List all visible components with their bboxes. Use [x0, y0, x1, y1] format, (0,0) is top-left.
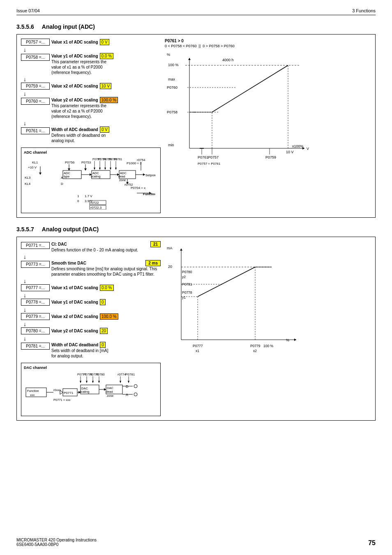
svg-text:zone: zone — [107, 394, 113, 398]
desc-ci-dac: Defines function of the 0 - 20 mA analog… — [51, 247, 161, 253]
svg-text:xxx: xxx — [30, 393, 35, 397]
y-axis-label: % — [167, 53, 170, 57]
svg-text:P0761: P0761 — [114, 158, 122, 161]
svg-text:0: 0 — [77, 199, 79, 203]
label-deadband-adc: Width of ADC deadband — [51, 127, 98, 132]
value-deadband-dac: 0 — [100, 342, 106, 348]
label-y2-dac: Value y2 of DAC scaling — [51, 329, 98, 333]
svg-marker-31 — [99, 168, 101, 170]
dac-deadzone-label: DAC — [107, 386, 113, 390]
kl3-label: KL3 — [25, 176, 31, 180]
p0760-desc-block: Value y2 of ADC scaling 100.0 % This par… — [51, 97, 118, 119]
graph-condition2: 0 < P0758 < P0760 || 0 > P0758 > P0760 — [165, 44, 371, 48]
page-footer: MICROMASTER 420 Operating Instructions 6… — [16, 538, 376, 547]
p0758-desc-block: Value y1 of ADC scaling 0.0 % This param… — [51, 53, 113, 75]
svg-marker-33 — [104, 168, 106, 170]
arrow-dac-6: ↓ — [23, 335, 161, 342]
dac-layout: P0771 =... CI: DAC 21 Defines function o… — [21, 241, 371, 416]
ymax-label: max — [168, 77, 175, 81]
dac-channel-block: DAC channel P0777 P0778 P0779 P0780 — [21, 363, 161, 416]
svg-marker-18 — [143, 173, 145, 176]
param-p0778: P0778 =... — [21, 299, 50, 306]
svg-line-49 — [212, 65, 288, 112]
adc-layout: P0757 =... Value x1 of ADC scaling 0 V ↓… — [21, 39, 371, 213]
svg-marker-5 — [84, 168, 87, 170]
svg-marker-35 — [110, 168, 111, 170]
desc-deadband-dac: Sets width of deadband in [mA]for analog… — [51, 348, 108, 359]
dac-section-container: P0771 =... CI: DAC 21 Defines function o… — [16, 237, 376, 421]
svg-text:scaling: scaling — [91, 175, 100, 178]
param-p0779-row: P0779 =... Value x2 of DAC scaling 100.0… — [21, 313, 161, 320]
value-y1-dac: 0 — [100, 299, 106, 305]
svg-text:1: 1 — [77, 194, 79, 198]
kl4-label: KL4 — [25, 182, 31, 186]
svg-marker-66 — [92, 381, 94, 383]
dac-y2-label: y2 — [182, 275, 186, 279]
p0760-graph-label: P0760 — [167, 85, 178, 90]
dac-y1-label: y1 — [182, 295, 186, 299]
param-p0760: P0760 =... — [21, 98, 50, 105]
param-p0758: P0758 =... — [21, 54, 50, 61]
d-label: D — [61, 182, 63, 186]
dac-x1-label: x1 — [196, 349, 199, 353]
arrow-dac-4: ↓ — [23, 306, 161, 313]
chapter-label: 3 Functions — [352, 8, 376, 13]
p0704-label: P0704 = x — [131, 186, 145, 190]
p0771-channel-label: P0771 — [64, 391, 74, 395]
svg-text:dead: dead — [118, 175, 125, 178]
dac-right-panel: mA 20 P0780 y2 — [161, 241, 371, 416]
param-p0760-row: P0760 =... Value y2 of ADC scaling 100.0… — [21, 97, 161, 119]
param-p0757: P0757 =... — [21, 39, 50, 46]
param-p0758-row: P0758 =... Value y1 of ADC scaling 0.0 %… — [21, 53, 161, 75]
p0758-graph-label: P0758 — [167, 110, 178, 114]
param-p0761: P0761 =... — [21, 127, 50, 134]
param-p0781-row: P0781 =... Width of DAC deadband 0 Sets … — [21, 342, 161, 359]
svg-marker-70 — [120, 381, 121, 383]
arrow-1: ↓ — [23, 46, 161, 53]
param-p0771-row: P0771 =... CI: DAC 21 Defines function o… — [21, 241, 161, 253]
dac-y20-label: 20 — [168, 265, 172, 269]
p0781-desc-block: Width of DAC deadband 0 Sets width of de… — [51, 342, 108, 359]
svg-marker-64 — [86, 381, 88, 383]
p0773-desc-block: Smooth time DAC 2 ms Defines smoothing t… — [51, 260, 161, 277]
param-p0759-row: P0759 =... Value x2 of ADC scaling 10 V — [21, 83, 161, 90]
badge-smooth-dac: 2 ms — [145, 260, 161, 266]
arrow-3: ↓ — [23, 90, 161, 97]
svg-text:P0780: P0780 — [96, 373, 105, 376]
page-header: Issue 07/04 3 Functions — [16, 8, 376, 15]
p0757-graph-label: P0757 — [208, 155, 219, 159]
svg-marker-29 — [94, 168, 95, 170]
value-x2-dac: 100.0 % — [100, 313, 118, 320]
p1000-label: P1000 = 2 — [127, 161, 142, 165]
dac-p0779-graph: P0779 — [250, 344, 261, 348]
time-4000h: 4000 h — [222, 58, 234, 62]
svg-marker-48 — [188, 58, 191, 60]
a-out-label: A — [126, 393, 128, 397]
dac-100pct: 100 % — [263, 344, 274, 348]
page: Issue 07/04 3 Functions 3.5.5.6 Analog i… — [0, 0, 392, 555]
svg-marker-1 — [39, 173, 42, 175]
ymin-label: min — [168, 143, 174, 147]
param-p0778-row: P0778 =... Value y1 of DAC scaling 0 — [21, 299, 161, 306]
svg-point-90 — [134, 393, 137, 396]
r0722-label: r0722 — [90, 201, 99, 205]
dac-channel-diagram: P0777 P0778 P0779 P0780 — [24, 371, 159, 412]
desc-deadband-adc: Defines width of deadband onanalog input… — [51, 133, 109, 143]
xaxis-v-label: V — [307, 147, 309, 151]
section-356-title: 3.5.5.6 Analog input (ADC) — [16, 23, 376, 30]
desc-y1-adc: This parameter represents thevalue of x1… — [51, 59, 113, 75]
param-p0773-row: P0773 =... Smooth time DAC 2 ms Defines … — [21, 260, 161, 277]
p0761-graph-label: P0761 — [198, 155, 208, 159]
page-number: 75 — [368, 539, 376, 547]
adc-channel-title: ADC channel — [24, 150, 158, 154]
dac-graph: mA 20 P0780 y2 — [165, 241, 313, 385]
dac-x2-label: x2 — [253, 349, 257, 353]
label-y1-dac: Value y1 of DAC scaling — [51, 300, 98, 304]
setpoint-label: Setpoint — [145, 173, 155, 177]
param-p0777-row: P0777 =... Value x1 of DAC scaling 0.0 % — [21, 284, 161, 291]
label-y1-adc: Value y1 of ADC scaling — [51, 54, 98, 58]
label-x1-adc: Value x1 of ADC scaling — [51, 40, 98, 44]
svg-text:dead: dead — [106, 390, 113, 394]
adc-left-panel: P0757 =... Value x1 of ADC scaling 0 V ↓… — [21, 39, 161, 213]
param-p0761-row: P0761 =... Width of ADC deadband 0 V Def… — [21, 127, 161, 143]
